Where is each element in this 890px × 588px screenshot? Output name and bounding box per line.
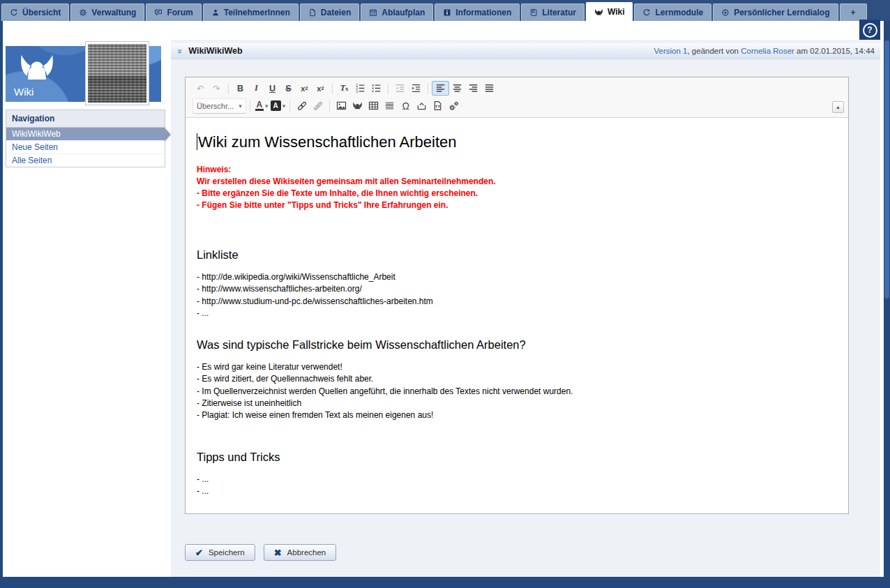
bullet-list-button[interactable] xyxy=(368,82,384,95)
tab-teilnehmerinnen[interactable]: TeilnehmerInnen xyxy=(203,3,299,21)
tab-dateien[interactable]: Dateien xyxy=(300,3,359,21)
insert-link-button[interactable] xyxy=(294,99,310,112)
version-link[interactable]: Version 1 xyxy=(654,47,688,55)
notice-line: Wir erstellen diese Wikiseiten gemeinsam… xyxy=(197,176,836,188)
text-color-button[interactable]: A▾ xyxy=(254,99,270,112)
tab-uebersicht[interactable]: Übersicht xyxy=(1,3,69,21)
toolbar-row-2: Überschr...▾ A▾ A▾ Ω xyxy=(193,97,843,114)
insert-image-button[interactable] xyxy=(333,99,349,112)
wiki-editor: ↶ ↷ B I U S x2 x2 Tx xyxy=(185,77,849,514)
overview-icon xyxy=(10,8,18,17)
align-right-icon xyxy=(468,83,478,93)
wiki-crown-icon xyxy=(352,100,363,111)
omega-icon: Ω xyxy=(402,100,409,112)
course-photo xyxy=(86,42,149,105)
sidebar: Wiki Navigation WikiWikiWeb Neue Seiten … xyxy=(3,21,171,577)
meta-text: , geändert von xyxy=(687,47,741,55)
sidebar-item-neue-seiten[interactable]: Neue Seiten xyxy=(6,141,165,154)
tab-label: Dateien xyxy=(321,8,351,17)
content-header: » WikiWikiWeb Version 1, geändert von Co… xyxy=(171,43,880,59)
save-button[interactable]: ✔Speichern xyxy=(185,544,255,561)
align-center-icon xyxy=(452,83,462,93)
tab-informationen[interactable]: Informationen xyxy=(435,3,520,21)
doc-line: - http://de.wikipedia.org/wiki/Wissensch… xyxy=(197,271,836,283)
undo-button[interactable]: ↶ xyxy=(193,82,209,95)
outdent-icon xyxy=(395,83,405,93)
scrollbar-track[interactable] xyxy=(884,0,890,588)
tab-label: TeilnehmerInnen xyxy=(224,8,290,17)
tab-lernmodule[interactable]: Lernmodule xyxy=(634,3,711,21)
toolbar-separator xyxy=(250,100,250,112)
tab-persoenlicher-lerndialog[interactable]: Persönlicher Lerndialog xyxy=(713,3,838,21)
page-title: WikiWikiWeb xyxy=(188,46,242,56)
toolbar-separator xyxy=(228,83,229,94)
cancel-label: Abbrechen xyxy=(287,548,326,557)
subscript-button[interactable]: x2 xyxy=(296,82,312,95)
author-link[interactable]: Cornelia Roser xyxy=(741,47,794,55)
justify-button[interactable] xyxy=(481,82,497,95)
source-code-button[interactable] xyxy=(430,99,446,112)
cross-icon: ✖ xyxy=(274,548,282,558)
collapse-arrow-icon: ▲ xyxy=(836,105,840,110)
outdent-button[interactable] xyxy=(392,82,408,95)
remove-format-button[interactable]: Tx xyxy=(336,82,352,95)
tab-add[interactable]: + xyxy=(840,3,867,21)
remove-link-button[interactable] xyxy=(310,99,326,112)
tab-forum[interactable]: Forum xyxy=(146,3,201,21)
heading-format-dropdown[interactable]: Überschr...▾ xyxy=(193,98,246,114)
chevron-double-down-icon[interactable]: » xyxy=(175,48,186,53)
toolbar-separator xyxy=(388,83,389,94)
toolbar-separator xyxy=(332,83,333,94)
tab-label: Übersicht xyxy=(22,8,61,17)
doc-line: - Zitierweise ist uneinheitlich xyxy=(197,398,836,409)
tab-ablaufplan[interactable]: Ablaufplan xyxy=(361,3,433,21)
banner-title: Wiki xyxy=(14,86,33,98)
doc-line: - Es wird gar keine Literatur verwendet! xyxy=(197,361,836,373)
align-right-button[interactable] xyxy=(465,82,481,95)
superscript-button[interactable]: x2 xyxy=(312,82,329,95)
calendar-icon xyxy=(369,8,377,17)
insert-table-button[interactable] xyxy=(365,99,382,112)
sidebar-item-alle-seiten[interactable]: Alle Seiten xyxy=(6,154,165,167)
toolbar-collapse-button[interactable]: ▲ xyxy=(832,101,844,113)
help-question-icon: ? xyxy=(863,23,877,38)
strikethrough-button[interactable]: S xyxy=(280,82,296,95)
check-icon: ✔ xyxy=(195,548,203,558)
doc-section-fallstricke: Was sind typische Fallstricke beim Wisse… xyxy=(197,338,836,421)
italic-button[interactable]: I xyxy=(248,82,264,95)
special-character-button[interactable]: Ω xyxy=(398,99,414,112)
bold-button[interactable]: B xyxy=(232,82,248,95)
tab-literatur[interactable]: Literatur xyxy=(521,3,584,21)
plugins-button[interactable] xyxy=(446,99,462,112)
wiki-crown-banner-icon xyxy=(18,53,56,86)
align-center-button[interactable] xyxy=(449,82,465,95)
modules-icon xyxy=(642,8,651,17)
tab-label: Persönlicher Lerndialog xyxy=(734,8,829,17)
align-left-button[interactable] xyxy=(432,81,449,96)
page-break-button[interactable] xyxy=(414,99,430,112)
indent-icon xyxy=(411,83,421,93)
doc-line: - Plagiat: Ich weise einen fremden Text … xyxy=(197,409,836,421)
plus-tab-label: + xyxy=(851,8,856,17)
tab-verwaltung[interactable]: Verwaltung xyxy=(70,3,144,21)
cancel-button[interactable]: ✖Abbrechen xyxy=(264,544,337,561)
numbered-list-icon xyxy=(355,83,365,93)
sidebar-item-wikiwikiweb[interactable]: WikiWikiWeb xyxy=(6,128,165,141)
justify-icon xyxy=(484,83,495,93)
doc-line: - ... xyxy=(197,485,836,497)
doc-line: - http://www.wissenschaftliches-arbeiten… xyxy=(197,283,836,295)
indent-button[interactable] xyxy=(408,82,424,95)
tab-label: Verwaltung xyxy=(91,8,136,17)
scrollbar-thumb[interactable] xyxy=(884,40,889,299)
background-color-button[interactable]: A▾ xyxy=(270,99,287,112)
redo-button[interactable]: ↷ xyxy=(209,82,225,95)
horizontal-rule-button[interactable] xyxy=(382,99,398,112)
help-button[interactable]: ? xyxy=(859,20,880,40)
numbered-list-button[interactable] xyxy=(352,82,368,95)
version-meta: Version 1, geändert von Cornelia Roser a… xyxy=(654,47,880,55)
main-panel: » WikiWikiWeb Version 1, geändert von Co… xyxy=(171,40,880,577)
editor-content[interactable]: Wiki zum Wissenschaftlichen Arbeiten Hin… xyxy=(186,118,848,513)
underline-button[interactable]: U xyxy=(264,82,280,95)
tab-wiki[interactable]: Wiki xyxy=(586,2,633,21)
wiki-link-button[interactable] xyxy=(349,99,365,112)
